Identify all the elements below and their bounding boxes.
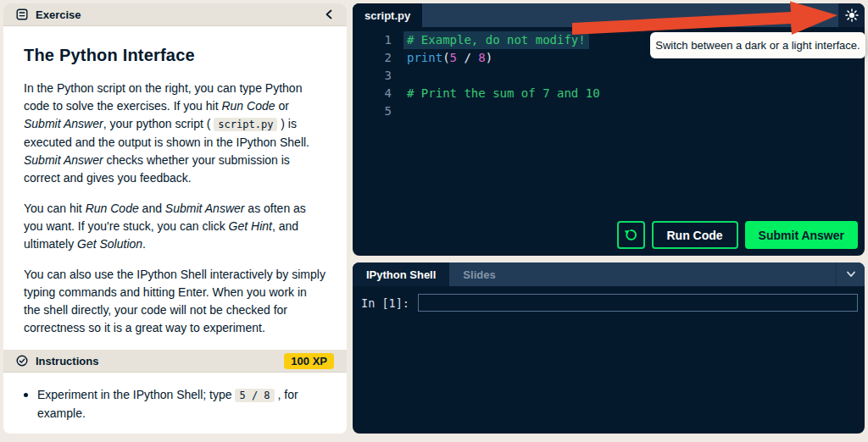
exercise-content: The Python Interface In the Python scrip… bbox=[3, 26, 347, 337]
xp-badge: 100 XP bbox=[284, 353, 334, 369]
exercise-header-label: Exercise bbox=[36, 8, 81, 21]
chevron-left-icon bbox=[324, 8, 334, 20]
console-prompt-row: In [1]: bbox=[353, 286, 865, 312]
tab-script-py[interactable]: script.py bbox=[353, 3, 422, 27]
chevron-down-icon bbox=[845, 269, 857, 279]
exercise-note-icon bbox=[16, 8, 28, 20]
instructions-label: Instructions bbox=[36, 355, 98, 367]
exercise-panel: Exercise The Python Interface In the Pyt… bbox=[3, 3, 347, 434]
collapse-console-button[interactable] bbox=[836, 262, 865, 286]
exercise-title: The Python Interface bbox=[24, 46, 326, 65]
line-number: 2 bbox=[353, 49, 392, 67]
console-panel: IPython ShellSlides In [1]: bbox=[353, 262, 865, 434]
instructions-header: Instructions 100 XP bbox=[3, 350, 347, 373]
console-prompt: In [1]: bbox=[361, 296, 409, 310]
exercise-header: Exercise bbox=[3, 3, 347, 26]
check-circle-icon bbox=[16, 355, 28, 367]
collapse-exercise-button[interactable] bbox=[324, 8, 334, 20]
tab-ipython-shell[interactable]: IPython Shell bbox=[353, 262, 449, 286]
code-line: 5 bbox=[353, 102, 865, 120]
page: Exercise The Python Interface In the Pyt… bbox=[0, 0, 868, 442]
run-code-button[interactable]: Run Code bbox=[652, 221, 738, 249]
line-number: 5 bbox=[353, 102, 392, 120]
code-line: 3 bbox=[353, 67, 865, 85]
instructions-list: Experiment in the IPython Shell; type 5 … bbox=[3, 373, 347, 434]
editor-tab-bar: script.py bbox=[353, 3, 865, 27]
tab-slides[interactable]: Slides bbox=[449, 262, 509, 286]
submit-answer-button[interactable]: Submit Answer bbox=[745, 221, 858, 249]
rotate-ccw-icon bbox=[624, 228, 638, 242]
exercise-paragraphs: In the Python script on the right, you c… bbox=[24, 80, 326, 337]
exercise-paragraph: You can hit Run Code and Submit Answer a… bbox=[24, 200, 326, 253]
bullet-dot bbox=[24, 393, 28, 397]
console-tabs: IPython ShellSlides bbox=[353, 262, 509, 286]
reset-code-button[interactable] bbox=[617, 221, 645, 249]
line-number: 1 bbox=[353, 31, 392, 49]
exercise-paragraph: In the Python script on the right, you c… bbox=[24, 80, 326, 187]
line-number: 3 bbox=[353, 67, 392, 85]
exercise-paragraph: You can also use the IPython Shell inter… bbox=[24, 266, 326, 337]
theme-tooltip: Switch between a dark or a light interfa… bbox=[650, 32, 865, 58]
console-tab-bar: IPython ShellSlides bbox=[353, 262, 865, 286]
sun-icon bbox=[845, 8, 859, 22]
code-line: 4# Print the sum of 7 and 10 bbox=[353, 85, 865, 102]
console-input[interactable] bbox=[418, 294, 858, 312]
editor-actions: Run Code Submit Answer bbox=[617, 221, 859, 249]
instruction-item: Experiment in the IPython Shell; type 5 … bbox=[24, 386, 326, 423]
theme-toggle-button[interactable] bbox=[838, 3, 865, 27]
line-number: 4 bbox=[353, 85, 392, 102]
